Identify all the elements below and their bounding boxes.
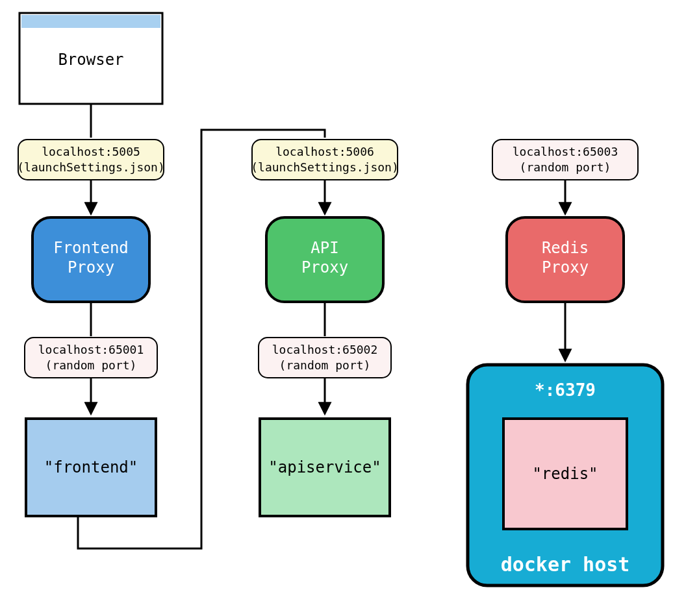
docker-host-label: docker host bbox=[501, 553, 630, 576]
port-api-proxy-line2: (launchSettings.json) bbox=[251, 160, 399, 174]
api-proxy-line2: Proxy bbox=[301, 258, 348, 277]
api-proxy-node: API Proxy bbox=[266, 217, 383, 302]
port-api-svc-line2: (random port) bbox=[279, 358, 371, 372]
port-api-svc: localhost:65002 (random port) bbox=[259, 338, 391, 378]
port-frontend-svc-line2: (random port) bbox=[45, 358, 137, 372]
port-api-svc-line1: localhost:65002 bbox=[272, 343, 378, 356]
port-frontend-proxy-line2: (launchSettings.json) bbox=[17, 160, 165, 174]
api-proxy-line1: API bbox=[311, 239, 338, 257]
port-frontend-proxy-line1: localhost:5005 bbox=[42, 145, 140, 158]
port-redis-proxy: localhost:65003 (random port) bbox=[492, 140, 638, 180]
port-api-proxy: localhost:5006 (launchSettings.json) bbox=[251, 140, 399, 180]
api-svc-node: "apiservice" bbox=[260, 419, 390, 516]
port-frontend-proxy: localhost:5005 (launchSettings.json) bbox=[17, 140, 165, 180]
frontend-proxy-node: Frontend Proxy bbox=[32, 217, 149, 302]
port-redis-proxy-line2: (random port) bbox=[520, 160, 611, 174]
port-redis-proxy-line1: localhost:65003 bbox=[513, 145, 618, 158]
frontend-proxy-line1: Frontend bbox=[53, 239, 129, 257]
api-svc-label: "apiservice" bbox=[268, 458, 381, 476]
browser-label: Browser bbox=[58, 51, 123, 69]
port-frontend-svc-line1: localhost:65001 bbox=[38, 343, 144, 356]
redis-svc-label: "redis" bbox=[532, 465, 598, 483]
port-frontend-svc: localhost:65001 (random port) bbox=[25, 338, 157, 378]
docker-host-node: *:6379 "redis" docker host bbox=[468, 365, 663, 585]
browser-node: Browser bbox=[19, 13, 162, 104]
frontend-svc-label: "frontend" bbox=[44, 458, 138, 476]
redis-proxy-line1: Redis bbox=[542, 239, 589, 257]
redis-proxy-line2: Proxy bbox=[542, 258, 589, 277]
redis-proxy-node: Redis Proxy bbox=[507, 217, 624, 302]
frontend-proxy-line2: Proxy bbox=[68, 258, 114, 277]
frontend-svc-node: "frontend" bbox=[26, 419, 156, 516]
port-api-proxy-line1: localhost:5006 bbox=[275, 145, 374, 158]
svg-rect-1 bbox=[21, 15, 160, 28]
docker-host-port: *:6379 bbox=[535, 380, 596, 400]
